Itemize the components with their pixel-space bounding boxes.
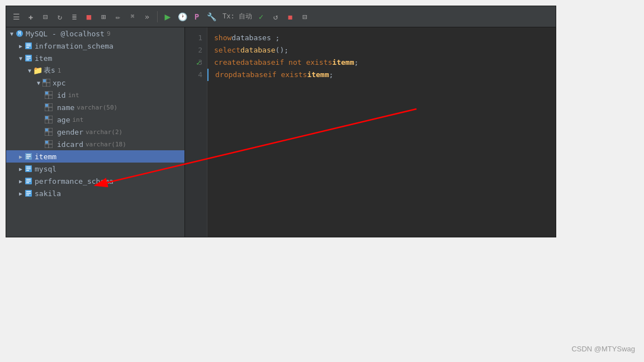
refresh-icon[interactable]: ↻ [54,11,65,22]
db-icon-sakila [24,189,33,198]
svg-rect-35 [26,154,31,155]
settings-icon[interactable]: 🔧 [206,11,217,22]
expand-arrow-tables[interactable]: ▼ [26,67,33,74]
more-icon[interactable]: » [141,11,153,22]
plain-parens: (); [276,44,288,56]
rollback-icon[interactable]: ↺ [270,11,281,22]
sidebar-item-col-id[interactable]: id int [6,89,184,101]
svg-rect-5 [26,47,29,48]
col-label-age: age [57,116,70,124]
db-label-performance-schema: performance_schema [35,177,113,185]
col-label-name: name [57,103,74,112]
svg-text:M: M [18,31,21,36]
col-type-gender: varchar(2) [86,128,122,136]
grid2-icon[interactable]: ⊟ [299,11,310,22]
expand-arrow-mysql[interactable]: ▶ [17,165,24,172]
sep1 [157,11,158,22]
sidebar[interactable]: ▼ M MySQL - @localhost 9 ▶ information_s… [6,27,185,237]
svg-rect-48 [26,193,31,194]
expand-arrow-xpc[interactable]: ▼ [35,79,42,86]
menu-icon[interactable]: ☰ [11,11,22,22]
db-label-sakila: sakila [35,189,61,198]
plain-databases: databases ; [231,32,280,44]
code-line-4: drop database if exists itemm ; [207,69,556,81]
sidebar-item-xpc[interactable]: ▼ xpc [6,77,184,89]
cmd-icon[interactable]: ⌘ [127,11,138,22]
tx-label: Tx: 自动 [222,12,252,21]
sidebar-item-col-idcard[interactable]: idcard varchar(18) [6,138,184,150]
sidebar-item-itemm[interactable]: ▶ itemm [6,150,184,163]
edit-icon[interactable]: ✏ [112,11,124,22]
svg-rect-43 [26,179,31,180]
table-label-xpc: xpc [53,79,65,87]
db-icon-itemm [24,152,33,161]
expand-arrow-itemm[interactable]: ▶ [17,153,24,160]
column-icon-id [44,90,53,99]
db-label-item: item [35,54,52,63]
svg-rect-25 [45,116,48,119]
p-icon[interactable]: P [191,11,202,22]
col-type-id: int [68,92,79,99]
svg-rect-8 [26,58,31,59]
sidebar-item-mysql[interactable]: ▶ mysql [6,163,184,175]
line-num-4: 4 [185,69,207,81]
check-mark: ✓ [196,56,201,69]
commit-icon[interactable]: ✓ [255,11,267,22]
kw-create: create [214,56,240,69]
table-icon-xpc [42,78,51,87]
svg-rect-49 [26,194,29,196]
line-num-1: 1 [185,32,207,44]
stop-icon[interactable]: ■ [83,11,94,22]
history-icon[interactable]: 🕐 [177,11,188,22]
svg-rect-36 [26,156,31,157]
connection-icon: M [15,29,24,38]
db-icon-info [24,41,33,50]
col-type-age: int [72,116,83,123]
kw-if-not-exists: if not exists [276,56,333,69]
svg-rect-3 [26,44,31,45]
db-label-information-schema: information_schema [35,42,113,50]
line-num-2: 2 [185,44,207,56]
column-icon-name [44,103,53,112]
tables-label: 表s [44,65,55,75]
stop2-icon[interactable]: ◼ [285,11,296,22]
code-line-2: select database (); [207,44,556,56]
filter-icon[interactable]: ≣ [69,11,80,22]
grid-icon[interactable]: ⊞ [98,11,109,22]
code-line-1: show databases ; [207,32,556,44]
svg-rect-21 [45,104,48,107]
sidebar-item-sakila[interactable]: ▶ sakila [6,187,184,199]
column-icon-age [44,115,53,124]
sidebar-item-connection[interactable]: ▼ M MySQL - @localhost 9 [6,27,184,40]
save-icon[interactable]: ⊟ [40,11,51,22]
sidebar-item-col-gender[interactable]: gender varchar(2) [6,126,184,138]
db-icon-mysql [24,164,33,173]
sidebar-item-item[interactable]: ▼ item [6,52,184,64]
kw-database2: database [233,69,268,81]
sidebar-item-information-schema[interactable]: ▶ information_schema [6,40,184,52]
main-content: ▼ M MySQL - @localhost 9 ▶ information_s… [6,27,556,237]
expand-arrow-perf[interactable]: ▶ [17,178,24,184]
col-label-idcard: idcard [57,140,83,149]
add-icon[interactable]: ✚ [25,11,36,22]
sidebar-item-col-name[interactable]: name varchar(50) [6,101,184,113]
connection-count: 9 [107,30,111,37]
expand-arrow-sakila[interactable]: ▶ [17,190,24,197]
expand-arrow-item[interactable]: ▼ [17,55,24,61]
code-line-3: ✓ create database if not exists itemm ; [207,56,556,69]
sidebar-item-tables[interactable]: ▼ 📁 表s 1 [6,64,184,77]
code-lines: show databases ; select database (); ✓ c… [207,27,556,237]
sidebar-item-performance-schema[interactable]: ▶ performance_schema [6,175,184,187]
code-editor[interactable]: 1 2 3 4 show databases ; select database [185,27,556,237]
kw-if-exists: if exists [268,69,307,81]
plain-semi1: ; [354,56,358,69]
db-label-mysql: mysql [35,165,56,173]
run-button[interactable]: ▶ [162,11,173,22]
expand-arrow-info[interactable]: ▶ [17,42,24,49]
kw-select: select [214,44,240,56]
watermark: CSDN @MTYSwag [571,345,635,353]
column-icon-idcard [44,140,53,149]
expand-arrow-connection[interactable]: ▼ [8,30,15,37]
sidebar-item-col-age[interactable]: age int [6,113,184,126]
column-icon-gender [44,127,53,136]
